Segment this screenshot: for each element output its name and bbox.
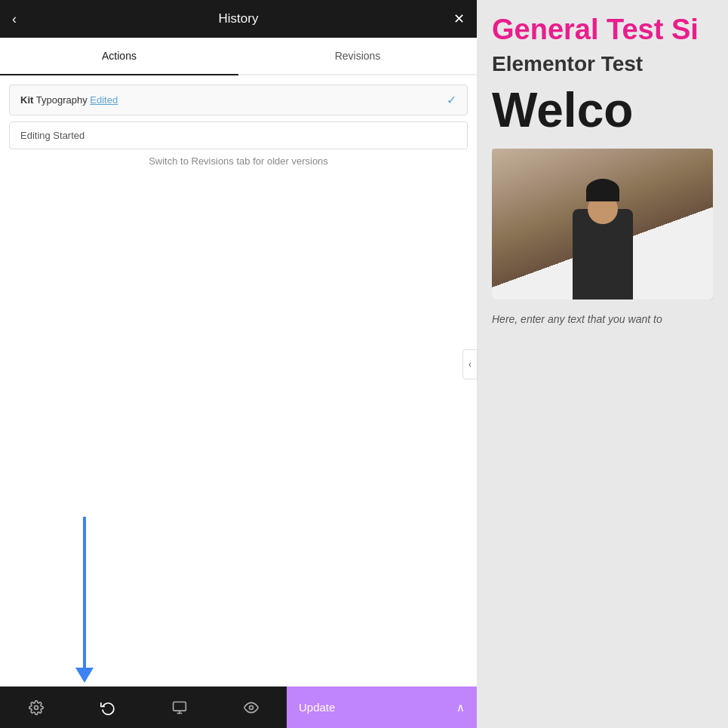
history-content: Kit Typography Edited ✓ Editing Started … — [0, 75, 477, 687]
back-button[interactable]: ‹ — [12, 11, 17, 27]
update-button[interactable]: Update ∧ — [287, 687, 477, 728]
tab-actions[interactable]: Actions — [0, 38, 238, 74]
preview-title-dark: Elementor Test — [477, 49, 728, 79]
bottom-toolbar: Update ∧ — [0, 687, 477, 728]
person-hair — [586, 179, 619, 201]
site-preview-panel: General Test Si Elementor Test Welco Her… — [477, 0, 728, 728]
svg-point-0 — [34, 705, 38, 709]
update-label: Update — [299, 701, 335, 714]
item-main: Typography — [36, 94, 91, 106]
preview-title-pink: General Test Si — [477, 0, 728, 49]
svg-point-4 — [249, 705, 253, 709]
editing-started-label: Editing Started — [20, 130, 84, 141]
header-title: History — [219, 11, 259, 26]
preview-image — [492, 149, 713, 299]
settings-icon-button[interactable] — [0, 687, 72, 728]
responsive-icon — [172, 700, 187, 715]
responsive-icon-button[interactable] — [143, 687, 215, 728]
item-prefix: Kit — [20, 94, 33, 106]
history-header: ‹ History ✕ — [0, 0, 477, 38]
preview-icon — [244, 700, 259, 715]
svg-rect-1 — [173, 702, 186, 711]
site-preview: General Test Si Elementor Test Welco Her… — [477, 0, 728, 728]
item-edited-link[interactable]: Edited — [90, 94, 118, 106]
settings-icon — [29, 700, 44, 715]
tab-revisions[interactable]: Revisions — [238, 38, 477, 74]
history-item-kit-typography[interactable]: Kit Typography Edited ✓ — [9, 84, 468, 115]
editing-started-item[interactable]: Editing Started — [9, 121, 468, 149]
history-icon — [100, 700, 115, 715]
check-icon: ✓ — [447, 93, 456, 107]
preview-person-figure — [492, 149, 713, 299]
close-button[interactable]: ✕ — [453, 11, 465, 27]
toolbar-icon-group — [0, 687, 287, 728]
history-icon-button[interactable] — [72, 687, 143, 728]
switch-revisions-text: Switch to Revisions tab for older versio… — [9, 155, 468, 167]
preview-icon-button[interactable] — [215, 687, 287, 728]
preview-body-text: Here, enter any text that you want to — [477, 307, 728, 331]
tab-bar: Actions Revisions — [0, 38, 477, 75]
update-chevron-icon: ∧ — [456, 701, 465, 714]
collapse-panel-button[interactable]: ‹ — [462, 349, 478, 379]
preview-welcome: Welco — [477, 79, 728, 141]
